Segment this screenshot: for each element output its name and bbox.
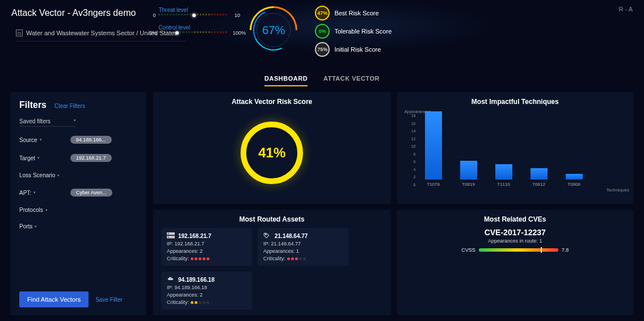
risk-score-donut: 41%: [241, 122, 303, 184]
score-bubble: 75%: [315, 42, 330, 57]
bar-label: T1078: [427, 182, 440, 187]
criticality-dots: [287, 257, 306, 260]
threat-level-label: Threat level: [158, 7, 232, 13]
filter-pill[interactable]: 192.168.21.7: [70, 154, 112, 162]
score-label: Best Risk Score: [334, 10, 378, 16]
chart-bar[interactable]: [460, 161, 477, 180]
bar-label: T1110: [497, 182, 510, 187]
chevron-down-icon: ▾: [57, 173, 60, 178]
bar-label: T0812: [532, 182, 545, 187]
svg-point-4: [266, 234, 267, 235]
chevron-down-icon: ▾: [74, 118, 76, 124]
asset-icon: [167, 232, 175, 239]
cvss-bar: [479, 248, 558, 252]
chart-bar[interactable]: [495, 164, 512, 180]
tab-dashboard[interactable]: DASHBOARD: [264, 75, 308, 86]
asset-card[interactable]: 21.148.64.77IP: 21.148.64.77Appearances:…: [258, 228, 348, 266]
score-row: 47%Best Risk Score: [315, 6, 392, 20]
filter-pill[interactable]: Cyber Aven...: [70, 189, 112, 197]
asset-card[interactable]: 94.189.166.18IP: 94.189.166.18Appearance…: [161, 272, 252, 310]
bar-label: T0819: [462, 182, 475, 187]
sector-icon: ▭: [16, 30, 23, 36]
breadcrumb[interactable]: ▭ Water and Wastewater Systems Sector / …: [16, 30, 177, 36]
chevron-down-icon: ▾: [33, 190, 36, 195]
chart-bar[interactable]: [531, 168, 548, 180]
filters-title: Filters: [19, 100, 47, 110]
bar-label: T0806: [567, 182, 580, 187]
chart-bar[interactable]: [566, 174, 583, 180]
filter-label[interactable]: Ports ▾: [19, 223, 70, 230]
score-bubble: 0%: [315, 24, 330, 39]
filter-label[interactable]: Target ▾: [19, 155, 70, 161]
asset-icon: [263, 232, 271, 239]
asset-icon: [167, 276, 175, 283]
cves-card: Most Related CVEs CVE-2017-12237 Appeara…: [397, 210, 634, 315]
risk-gauge: 67%: [248, 5, 299, 56]
score-label: Tolerable Risk Score: [334, 28, 392, 35]
cve-id[interactable]: CVE-2017-12237: [405, 228, 626, 237]
risk-score-card: Attack Vector Risk Score 41%: [153, 92, 391, 204]
clear-filters-link[interactable]: Clear Filters: [54, 103, 85, 109]
score-row: 75%Initial Risk Score: [315, 42, 392, 57]
filter-label[interactable]: APT: ▾: [19, 190, 70, 196]
assets-card: Most Routed Assets 192.168.21.7IP: 192.1…: [153, 210, 391, 315]
ra-label: R - A: [619, 6, 633, 12]
filter-label[interactable]: Protocols ▾: [19, 207, 70, 213]
filter-label[interactable]: Source ▾: [19, 137, 70, 143]
chevron-down-icon: ▾: [40, 137, 42, 142]
asset-card[interactable]: 192.168.21.7IP: 192.168.21.7Appearances:…: [161, 228, 252, 266]
chevron-down-icon: ▾: [35, 224, 37, 229]
threat-level-meter: 0 10: [158, 14, 232, 16]
chevron-down-icon: ▾: [37, 156, 40, 160]
criticality-dots: [191, 301, 209, 304]
chart-bar[interactable]: [425, 111, 442, 180]
filters-panel: Filters Clear Filters Saved filters▾ Sou…: [10, 92, 146, 315]
score-row: 0%Tolerable Risk Score: [315, 24, 392, 39]
save-filter-link[interactable]: Save Filter: [95, 297, 123, 303]
filter-label[interactable]: Loss Scenario ▾: [19, 172, 70, 178]
svg-point-2: [168, 233, 169, 234]
criticality-dots: [191, 257, 209, 260]
filter-pill[interactable]: 94.189.166...: [70, 136, 112, 144]
techniques-card: Most Impactful Techniques Appearances 18…: [397, 92, 634, 204]
score-bubble: 47%: [315, 6, 330, 20]
svg-point-3: [168, 236, 169, 237]
find-attack-vectors-button[interactable]: Find Attack Vectors: [19, 291, 89, 307]
chevron-down-icon: ▾: [45, 208, 48, 212]
page-title: Attack Vector - Av3ngers demo: [11, 5, 136, 18]
saved-filters-select[interactable]: Saved filters▾: [19, 118, 76, 127]
score-label: Initial Risk Score: [334, 46, 381, 53]
tab-attack-vector[interactable]: ATTACK VECTOR: [323, 75, 380, 86]
